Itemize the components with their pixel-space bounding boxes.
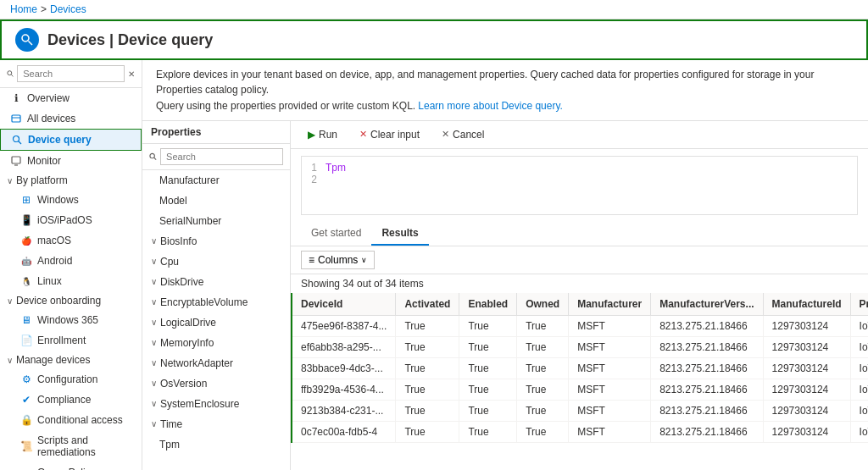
- prop-group-biosinfo[interactable]: ∨ BiosInfo: [142, 231, 290, 252]
- table-cell: MSFT: [569, 336, 651, 357]
- prop-label-logicaldrive: LogicalDrive: [160, 317, 216, 329]
- all-devices-icon: [10, 113, 22, 124]
- sidebar-item-windows[interactable]: ⊞ Windows: [0, 190, 142, 210]
- prop-group-systemenclosure[interactable]: ∨ SystemEnclosure: [142, 394, 290, 414]
- prop-label-cpu: Cpu: [160, 256, 179, 268]
- tab-results[interactable]: Results: [371, 222, 428, 246]
- table-cell: 1297303124: [763, 379, 850, 400]
- sidebar-item-conditional-access[interactable]: 🔒 Conditional access: [0, 410, 142, 430]
- table-cell: IoT: [850, 315, 868, 336]
- device-onboarding-label: Device onboarding: [16, 295, 101, 307]
- prop-group-cpu[interactable]: ∨ Cpu: [142, 252, 290, 272]
- table-cell: IoT: [850, 357, 868, 379]
- sidebar-item-linux[interactable]: 🐧 Linux: [0, 271, 142, 291]
- svg-point-0: [22, 35, 29, 41]
- compliance-icon: ✔: [20, 394, 32, 406]
- columns-button[interactable]: ≡ Columns ∨: [301, 251, 375, 269]
- breadcrumb-current[interactable]: Devices: [50, 3, 86, 15]
- chevron-systemenclosure-icon: ∨: [151, 399, 157, 408]
- manage-devices-label: Manage devices: [16, 354, 90, 366]
- device-onboarding-group[interactable]: ∨ Device onboarding: [0, 291, 142, 310]
- prop-label-networkadapter: NetworkAdapter: [160, 357, 233, 369]
- enrollment-icon: 📄: [20, 335, 32, 346]
- properties-search-input[interactable]: [160, 148, 283, 165]
- sidebar-item-scripts[interactable]: 📜 Scripts and remediations: [0, 430, 142, 462]
- sidebar-item-group-policy[interactable]: 📊 Group Policy analytics: [0, 462, 142, 470]
- results-table: DeviceId Activated Enabled Owned Manufac…: [291, 293, 868, 443]
- sidebar-item-all-devices[interactable]: All devices: [0, 108, 142, 129]
- prop-label-tpm: Tpm: [159, 439, 180, 451]
- run-label: Run: [319, 129, 337, 141]
- run-icon: ▶: [308, 129, 315, 141]
- prop-group-encryptablevolume[interactable]: ∨ EncryptableVolume: [142, 292, 290, 312]
- col-header-enabled: Enabled: [459, 293, 517, 316]
- table-cell: True: [396, 336, 459, 357]
- chevron-cpu-icon: ∨: [151, 257, 157, 266]
- sidebar-label-configuration: Configuration: [37, 373, 97, 385]
- table-cell: True: [396, 379, 459, 400]
- table-cell: True: [517, 421, 569, 442]
- sidebar-item-configuration[interactable]: ⚙ Configuration: [0, 369, 142, 390]
- scripts-icon: 📜: [20, 440, 32, 452]
- prop-item-manufacturer[interactable]: Manufacturer: [142, 170, 290, 191]
- description-link[interactable]: Learn more about Device query.: [418, 100, 563, 112]
- description-text: Explore devices in your tenant based on …: [156, 69, 814, 96]
- prop-item-tpm[interactable]: Tpm: [142, 434, 290, 455]
- sidebar-item-enrollment[interactable]: 📄 Enrollment: [0, 330, 142, 351]
- search-icon: [7, 69, 14, 78]
- table-cell: MSFT: [569, 400, 651, 421]
- table-cell: 475ee96f-8387-4...: [292, 315, 396, 336]
- device-query-nav-icon: [11, 134, 23, 146]
- prop-group-memoryinfo[interactable]: ∨ MemoryInfo: [142, 333, 290, 353]
- results-table-wrapper: DeviceId Activated Enabled Owned Manufac…: [291, 293, 868, 470]
- clear-button[interactable]: ✕ Clear input: [353, 126, 426, 143]
- by-platform-group[interactable]: ∨ By platform: [0, 171, 142, 190]
- table-cell: True: [459, 357, 517, 379]
- table-cell: 8213.275.21.18466: [651, 400, 763, 421]
- sidebar-item-monitor[interactable]: Monitor: [0, 151, 142, 171]
- manage-devices-group[interactable]: ∨ Manage devices: [0, 351, 142, 369]
- col-header-activated: Activated: [396, 293, 459, 316]
- table-cell: True: [517, 315, 569, 336]
- sidebar-item-overview[interactable]: ℹ Overview: [0, 88, 142, 108]
- sidebar-item-macos[interactable]: 🍎 macOS: [0, 230, 142, 251]
- prop-group-logicaldrive[interactable]: ∨ LogicalDrive: [142, 312, 290, 333]
- line-num-1: 1: [307, 162, 317, 174]
- chevron-columns-icon: ∨: [361, 256, 367, 264]
- run-button[interactable]: ▶ Run: [301, 126, 344, 143]
- tab-get-started[interactable]: Get started: [301, 222, 371, 246]
- sidebar-item-windows365[interactable]: 🖥 Windows 365: [0, 310, 142, 330]
- results-count-text: Showing 34 out of 34 items: [301, 278, 424, 290]
- prop-group-osversion[interactable]: ∨ OsVersion: [142, 373, 290, 394]
- prop-label-encryptablevolume: EncryptableVolume: [160, 296, 248, 308]
- prop-label-systemenclosure: SystemEnclosure: [160, 398, 239, 410]
- prop-group-time[interactable]: ∨ Time: [142, 414, 290, 434]
- sidebar-item-ios[interactable]: 📱 iOS/iPadOS: [0, 210, 142, 230]
- prop-group-diskdrive[interactable]: ∨ DiskDrive: [142, 272, 290, 292]
- properties-search-icon: [149, 152, 157, 161]
- prop-label-model: Model: [159, 195, 187, 207]
- editor-results: ▶ Run ✕ Clear input ✕ Cancel 1: [291, 121, 868, 470]
- results-section: Get started Results ≡ Columns ∨: [291, 222, 868, 470]
- sidebar-item-compliance[interactable]: ✔ Compliance: [0, 390, 142, 410]
- table-cell: 1297303124: [763, 400, 850, 421]
- prop-group-networkadapter[interactable]: ∨ NetworkAdapter: [142, 353, 290, 373]
- sidebar-label-all-devices: All devices: [27, 113, 75, 124]
- sidebar-search-input[interactable]: [17, 65, 125, 82]
- table-cell: MSFT: [569, 421, 651, 442]
- monitor-icon: [10, 155, 22, 167]
- overview-icon: ℹ: [10, 92, 22, 104]
- code-editor[interactable]: 1 Tpm 2: [301, 156, 858, 215]
- sidebar-item-android[interactable]: 🤖 Android: [0, 251, 142, 271]
- breadcrumb-home[interactable]: Home: [10, 3, 37, 15]
- prop-item-model[interactable]: Model: [142, 191, 290, 211]
- sidebar-item-device-query[interactable]: Device query: [0, 129, 142, 151]
- tab-get-started-label: Get started: [311, 227, 361, 239]
- table-cell: True: [459, 400, 517, 421]
- close-icon[interactable]: ✕: [128, 69, 135, 79]
- cancel-button[interactable]: ✕ Cancel: [435, 126, 491, 143]
- col-header-proc: Proc: [850, 293, 868, 316]
- svg-line-3: [11, 75, 13, 76]
- table-cell: 8213.275.21.18466: [651, 336, 763, 357]
- prop-item-serialnumber[interactable]: SerialNumber: [142, 211, 290, 231]
